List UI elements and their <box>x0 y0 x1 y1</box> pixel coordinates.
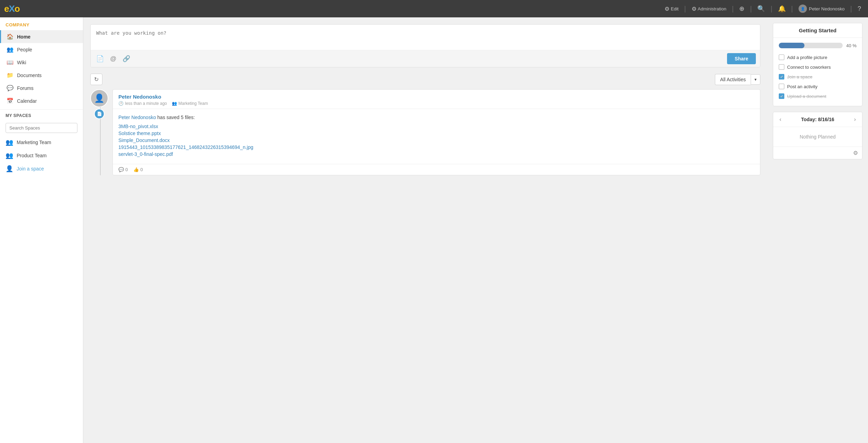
marketing-team-label: Marketing Team <box>17 140 51 145</box>
avatar: 👤 <box>799 5 807 13</box>
checkbox-profile-pic[interactable] <box>779 55 784 60</box>
file-link-3[interactable]: Simple_Document.docx <box>118 137 170 143</box>
activity-toolbar: 📄 @ 🔗 Share <box>91 50 760 67</box>
feed-time: 🕐 less than a minute ago <box>118 101 167 106</box>
checklist-item-join-space: ✓ Join a space <box>779 72 857 82</box>
sidebar-item-documents[interactable]: 📁 Documents <box>0 69 83 82</box>
group-icon: 👥 <box>172 101 177 106</box>
administration-button[interactable]: ⚙ Administration <box>689 4 729 14</box>
attach-file-button[interactable]: 📄 <box>95 54 105 63</box>
feed-meta: 🕐 less than a minute ago 👥 Marketing Tea… <box>118 101 754 106</box>
feed-user-name[interactable]: Peter Nedonosko <box>118 94 161 100</box>
nav-divider-1: | <box>684 5 686 13</box>
search-spaces-wrap <box>0 120 83 136</box>
checkbox-upload-doc[interactable]: ✓ <box>779 93 784 99</box>
progress-bar-fill <box>779 43 804 48</box>
calendar-prev-button[interactable]: ‹ <box>777 116 783 123</box>
main-content: 📄 @ 🔗 Share ↻ <box>83 17 767 443</box>
refresh-button[interactable]: ↻ <box>90 74 102 85</box>
mention-button[interactable]: @ <box>109 55 118 63</box>
checklist-label-coworkers: Connect to coworkers <box>787 65 831 70</box>
logo[interactable]: eXo <box>4 3 20 14</box>
admin-icon: ⚙ <box>692 6 696 12</box>
file-link-2[interactable]: Solstice theme.pptx <box>118 131 161 136</box>
sidebar-item-people[interactable]: 👥 People <box>0 43 83 56</box>
getting-started-title: Getting Started <box>773 23 862 38</box>
sidebar-item-join-space[interactable]: 👤 Join a space <box>0 162 83 175</box>
feed-card-header: Peter Nedonosko 🕐 less than a minute ago… <box>113 90 760 109</box>
checklist-item-post-activity: Post an activity <box>779 82 857 91</box>
checkbox-join-space[interactable]: ✓ <box>779 74 784 80</box>
home-icon: 🏠 <box>7 33 14 40</box>
feed-space-label: Marketing Team <box>178 101 208 106</box>
avatar-icon: 👤 <box>801 7 805 11</box>
calendar-body: Nothing Planned <box>773 127 862 147</box>
add-button[interactable]: ⊕ <box>736 3 747 14</box>
sidebar-item-calendar[interactable]: 📅 Calendar <box>0 94 83 107</box>
likes-button[interactable]: 👍 0 <box>133 167 143 172</box>
join-space-icon: 👤 <box>6 165 13 173</box>
sidebar-item-product-team[interactable]: 👥 Product Team <box>0 149 83 162</box>
calendar-settings-button[interactable]: ⚙ <box>853 150 858 156</box>
filter-caret-button[interactable]: ▾ <box>751 74 760 85</box>
feed-item: 👤 📄 Peter Nedonosko 🕐 less than a minute… <box>90 89 760 175</box>
feed-time-label: less than a minute ago <box>125 101 167 106</box>
feed-card: Peter Nedonosko 🕐 less than a minute ago… <box>112 89 760 175</box>
activity-description: Peter Nedonosko has saved 5 files: <box>118 115 754 120</box>
sidebar-item-forums[interactable]: 💬 Forums <box>0 82 83 94</box>
link-button[interactable]: 🔗 <box>121 54 132 63</box>
product-team-label: Product Team <box>17 153 47 158</box>
progress-percentage: 40 % <box>846 43 857 48</box>
feed-space: 👥 Marketing Team <box>172 101 208 106</box>
chevron-right-icon: › <box>854 116 856 122</box>
logo-text: eXo <box>4 3 20 14</box>
filter-select-button[interactable]: All Activities <box>715 74 751 85</box>
checklist-label-join-space: Join a space <box>787 74 812 80</box>
nav-divider-3: | <box>750 5 752 13</box>
activity-tools: 📄 @ 🔗 <box>95 54 132 63</box>
checkbox-coworkers[interactable] <box>779 64 784 70</box>
wiki-icon: 📖 <box>7 59 14 66</box>
file-link-5[interactable]: servlet-3_0-final-spec.pdf <box>118 151 173 157</box>
activity-input-card: 📄 @ 🔗 Share <box>90 24 760 67</box>
progress-row: 40 % <box>779 43 857 48</box>
app-body: COMPANY 🏠 Home 👥 People 📖 Wiki 📁 Documen… <box>0 17 868 443</box>
gear-icon: ⚙ <box>853 150 858 156</box>
feed-card-body: Peter Nedonosko has saved 5 files: 3MB-n… <box>113 109 760 164</box>
feed-avatar-col: 👤 📄 <box>90 89 108 175</box>
comments-button[interactable]: 💬 0 <box>118 167 128 172</box>
like-icon: 👍 <box>133 167 139 172</box>
sidebar-item-wiki-label: Wiki <box>17 60 26 65</box>
sidebar-item-calendar-label: Calendar <box>17 98 37 104</box>
notifications-button[interactable]: 🔔 <box>775 3 788 14</box>
right-panel: Getting Started 40 % Add a profile pictu… <box>767 17 868 443</box>
forums-icon: 💬 <box>7 85 14 91</box>
calendar-next-button[interactable]: › <box>852 116 858 123</box>
sidebar-item-home[interactable]: 🏠 Home <box>0 30 83 43</box>
checkbox-post-activity[interactable] <box>779 84 784 89</box>
edit-button[interactable]: ⚙ Edit <box>662 4 681 14</box>
search-spaces-input[interactable] <box>6 123 77 133</box>
share-button[interactable]: Share <box>727 53 756 64</box>
feed-header: ↻ All Activities ▾ <box>90 74 760 85</box>
people-icon: 👥 <box>7 46 14 53</box>
list-item: 1915443_10153389835177621_14682432263153… <box>118 144 754 150</box>
checklist-label-post-activity: Post an activity <box>787 84 817 89</box>
clock-icon: 🕐 <box>118 101 124 106</box>
activity-user-link[interactable]: Peter Nedonosko <box>118 115 156 120</box>
activity-textarea[interactable] <box>91 25 760 49</box>
file-link-1[interactable]: 3MB-no_pivot.xlsx <box>118 124 158 129</box>
documents-icon: 📁 <box>7 72 14 78</box>
calendar-footer: ⚙ <box>773 147 862 159</box>
help-button[interactable]: ? <box>855 4 864 14</box>
top-nav-right: ⚙ Edit | ⚙ Administration | ⊕ | 🔍 | 🔔 | … <box>662 3 864 14</box>
sidebar-item-wiki[interactable]: 📖 Wiki <box>0 56 83 69</box>
file-link-4[interactable]: 1915443_10153389835177621_14682432263153… <box>118 144 253 150</box>
list-item: Solstice theme.pptx <box>118 131 754 136</box>
marketing-team-icon: 👥 <box>6 139 13 146</box>
sidebar-item-marketing-team[interactable]: 👥 Marketing Team <box>0 136 83 149</box>
calendar-header: ‹ Today: 8/16/16 › <box>773 112 862 127</box>
join-space-label: Join a space <box>17 166 44 172</box>
user-menu-button[interactable]: 👤 Peter Nedonosko <box>796 3 848 14</box>
search-button[interactable]: 🔍 <box>754 3 768 14</box>
